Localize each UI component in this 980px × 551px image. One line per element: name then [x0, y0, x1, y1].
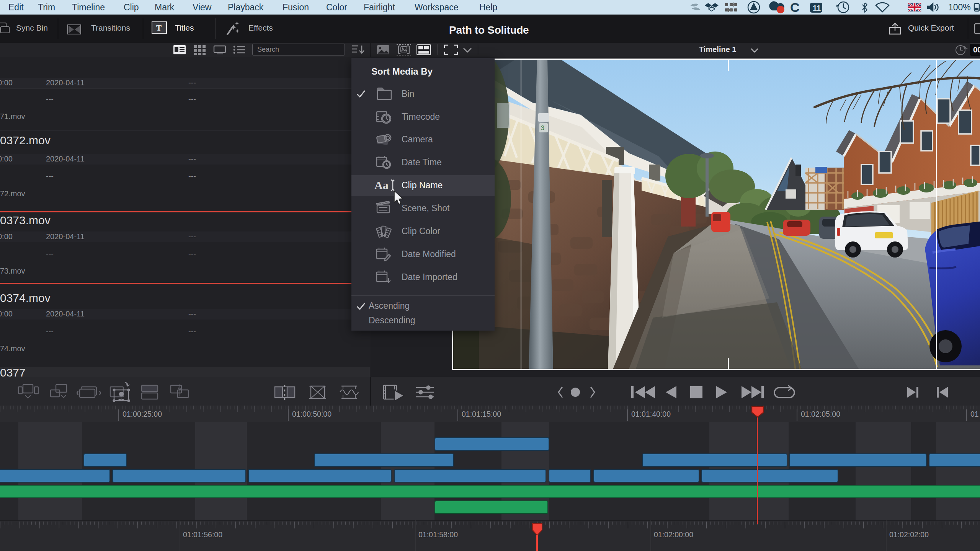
svg-text:3: 3: [541, 125, 544, 131]
svg-text:11: 11: [813, 4, 821, 12]
svg-text:01:00:50:00: 01:00:50:00: [292, 410, 332, 418]
svg-text:C: C: [790, 0, 800, 15]
svg-text:01:02:00:00: 01:02:00:00: [654, 530, 693, 539]
svg-text:01:00:25:00: 01:00:25:00: [122, 410, 162, 418]
svg-text:01:02:05:00: 01:02:05:00: [801, 410, 840, 418]
svg-text:01:01:58:00: 01:01:58:00: [418, 530, 458, 539]
svg-text:01:01:15:00: 01:01:15:00: [462, 410, 501, 418]
svg-text:100%: 100%: [948, 2, 971, 12]
svg-text:01:01:56:00: 01:01:56:00: [183, 530, 222, 539]
svg-text:01:01:40:00: 01:01:40:00: [631, 410, 671, 418]
svg-text:01: 01: [970, 410, 979, 418]
svg-text:01:02:02:00: 01:02:02:00: [889, 530, 929, 539]
svg-text:Aa: Aa: [374, 179, 389, 191]
svg-text:T: T: [156, 23, 162, 33]
